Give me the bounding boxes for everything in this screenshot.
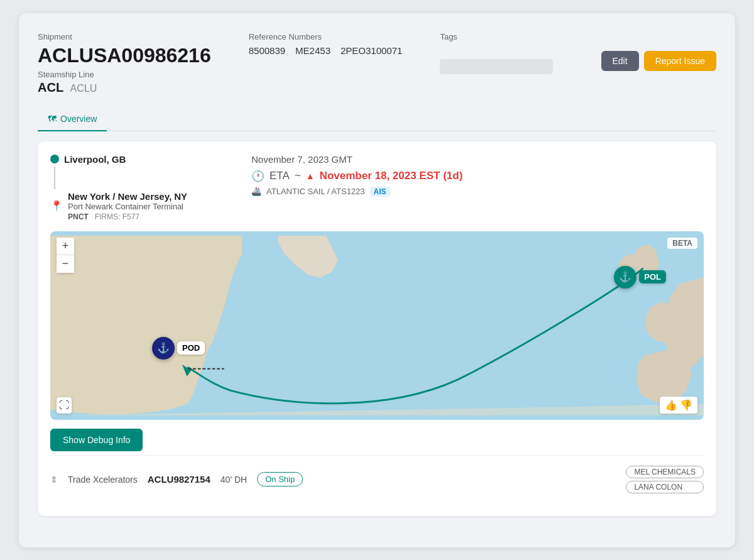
cargo-status: On Ship: [257, 472, 303, 486]
fullscreen-button[interactable]: ⛶: [57, 397, 72, 414]
pin-icon: 📍: [50, 200, 63, 212]
pol-anchor-icon: ⚓: [614, 266, 637, 288]
thumbs-up-button[interactable]: 👍: [665, 399, 677, 411]
eta-up-arrow: ▲: [306, 171, 315, 181]
map-area: + − BETA ⚓ POD ⚓ POL ⛶ 👍 👎: [50, 231, 704, 420]
ref-number-1: 8500839: [249, 45, 285, 56]
thumbs-down-button[interactable]: 👎: [680, 399, 692, 411]
map-zoom-controls: + −: [57, 238, 74, 273]
cargo-row: ⇕ Trade Xcelerators ACLU9827154 40' DH O…: [50, 455, 704, 503]
destination: 📍 New York / New Jersey, NY Port Newark …: [50, 191, 187, 221]
departure-date: November 7, 2023 GMT: [251, 154, 704, 165]
eta-date: November 18, 2023 EST (1d): [320, 170, 463, 182]
beta-badge: BETA: [667, 238, 697, 249]
zoom-in-button[interactable]: +: [57, 238, 74, 255]
ref-label: Reference Numbers: [249, 32, 403, 41]
overview-icon: 🗺: [48, 114, 57, 124]
vessel-icon: 🚢: [251, 187, 261, 196]
tags-bar: [440, 59, 553, 74]
eta-approx: ~: [295, 170, 301, 182]
tab-overview-label: Overview: [60, 114, 97, 124]
ref-number-3: 2PEO3100071: [341, 45, 402, 56]
route-header: Liverpool, GB 📍 New York / New Jersey, N…: [50, 154, 704, 221]
route-right: November 7, 2023 GMT 🕐 ETA ~ ▲ November …: [251, 154, 704, 221]
cargo-type: 40' DH: [221, 475, 247, 485]
vessel-name: ATLANTIC SAIL / ATS1223: [266, 187, 365, 196]
dest-firms: FIRMS: F577: [95, 212, 139, 221]
show-debug-button[interactable]: Show Debug Info: [50, 429, 143, 451]
main-card: Liverpool, GB 📍 New York / New Jersey, N…: [38, 141, 716, 516]
tab-overview[interactable]: 🗺 Overview: [38, 107, 107, 131]
dest-code: PNCT: [68, 212, 89, 221]
map-svg: [50, 231, 704, 420]
cargo-tag-1: MEL CHEMICALS: [626, 466, 704, 478]
cargo-tag-2: LANA COLON: [626, 481, 704, 493]
eta-label: ETA: [270, 170, 290, 182]
clock-icon: 🕐: [251, 170, 265, 183]
pol-marker: ⚓ POL: [614, 266, 666, 288]
cargo-tags: MEL CHEMICALS LANA COLON: [626, 466, 704, 493]
cargo-id: ACLU9827154: [148, 474, 210, 485]
pod-label: POD: [177, 341, 205, 354]
map-feedback: 👍 👎: [660, 397, 697, 414]
dest-city: New York / New Jersey, NY: [68, 191, 187, 202]
ais-badge: AIS: [370, 187, 390, 197]
shipment-id: ACLUSA00986216: [38, 44, 211, 67]
cargo-company: Trade Xcelerators: [68, 475, 138, 485]
route-left: Liverpool, GB 📍 New York / New Jersey, N…: [50, 154, 226, 221]
origin-city: Liverpool, GB: [50, 154, 226, 165]
tags-label: Tags: [440, 32, 563, 41]
pod-anchor-icon: ⚓: [152, 337, 175, 360]
route-line: [54, 167, 55, 189]
report-issue-button[interactable]: Report Issue: [644, 51, 716, 71]
edit-button[interactable]: Edit: [601, 51, 639, 71]
nav-tabs: 🗺 Overview: [38, 107, 716, 131]
eta-row: 🕐 ETA ~ ▲ November 18, 2023 EST (1d): [251, 170, 704, 183]
pol-label: POL: [639, 270, 666, 283]
zoom-out-button[interactable]: −: [57, 255, 74, 273]
expand-icon[interactable]: ⇕: [50, 475, 58, 485]
origin-dot: [50, 155, 59, 163]
steamship-code: ACL: [38, 80, 63, 94]
dest-terminal: Port Newark Container Terminal: [68, 202, 187, 211]
steamship-label: Steamship Line: [38, 70, 211, 79]
shipment-label: Shipment: [38, 32, 211, 41]
steamship-abbr: ACLU: [70, 83, 97, 94]
dest-codes: PNCT FIRMS: F577: [68, 212, 187, 221]
vessel-row: 🚢 ATLANTIC SAIL / ATS1223 AIS: [251, 187, 704, 197]
pod-marker: ⚓ POD: [152, 337, 205, 360]
ref-number-2: ME2453: [295, 45, 331, 56]
